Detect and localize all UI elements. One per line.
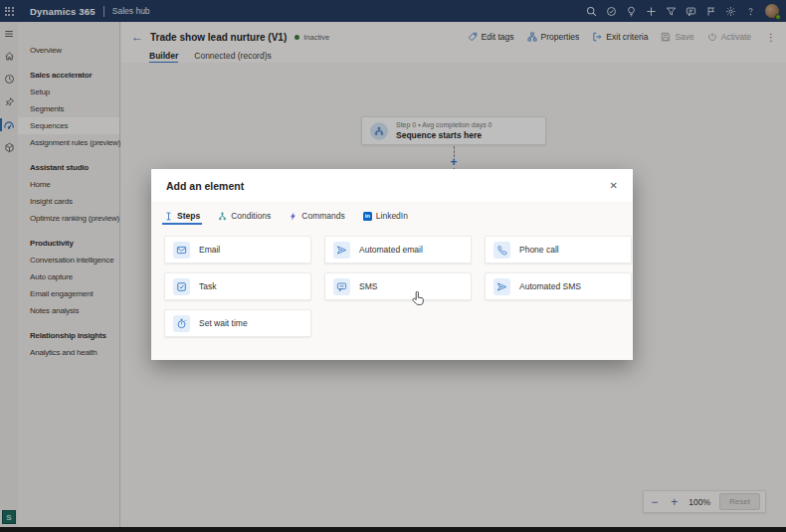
tab-conditions[interactable]: Conditions bbox=[218, 211, 271, 225]
timer-icon bbox=[173, 315, 190, 332]
dialog-title: Add an element bbox=[166, 180, 244, 192]
send-icon bbox=[333, 242, 350, 259]
card-automated-email[interactable]: Automated email bbox=[324, 236, 472, 264]
app-window: Dynamics 365 Sales hub S Overview Sales … bbox=[0, 0, 786, 532]
sms-bubble-icon bbox=[333, 278, 350, 295]
branch-icon bbox=[218, 212, 227, 221]
card-set-wait-time[interactable]: Set wait time bbox=[164, 309, 311, 337]
card-phone-call[interactable]: Phone call bbox=[485, 236, 632, 264]
card-email[interactable]: Email bbox=[164, 236, 311, 264]
task-check-icon bbox=[173, 278, 190, 295]
card-automated-sms[interactable]: Automated SMS bbox=[485, 272, 632, 300]
window-bottom-edge bbox=[0, 527, 786, 532]
card-sms[interactable]: SMS bbox=[324, 272, 472, 300]
steps-icon bbox=[164, 212, 173, 221]
dialog-tabs: Steps Conditions Commands in LinkedIn bbox=[164, 211, 623, 225]
mail-icon bbox=[173, 242, 190, 259]
linkedin-icon: in bbox=[363, 212, 372, 221]
add-element-dialog: Add an element ✕ Steps Conditions Comman… bbox=[151, 169, 633, 360]
card-task[interactable]: Task bbox=[164, 272, 311, 300]
dialog-header: Add an element ✕ bbox=[151, 169, 633, 202]
element-cards-grid: Email Automated email Phone call Task SM… bbox=[164, 236, 623, 337]
phone-icon bbox=[493, 242, 510, 259]
send-icon bbox=[493, 278, 510, 295]
mouse-cursor bbox=[412, 291, 425, 306]
bolt-icon bbox=[289, 212, 297, 221]
tab-linkedin[interactable]: in LinkedIn bbox=[363, 211, 408, 225]
tab-steps[interactable]: Steps bbox=[164, 211, 200, 225]
close-icon[interactable]: ✕ bbox=[607, 179, 621, 193]
dialog-body: Steps Conditions Commands in LinkedIn bbox=[151, 202, 633, 360]
tab-commands[interactable]: Commands bbox=[289, 211, 344, 225]
